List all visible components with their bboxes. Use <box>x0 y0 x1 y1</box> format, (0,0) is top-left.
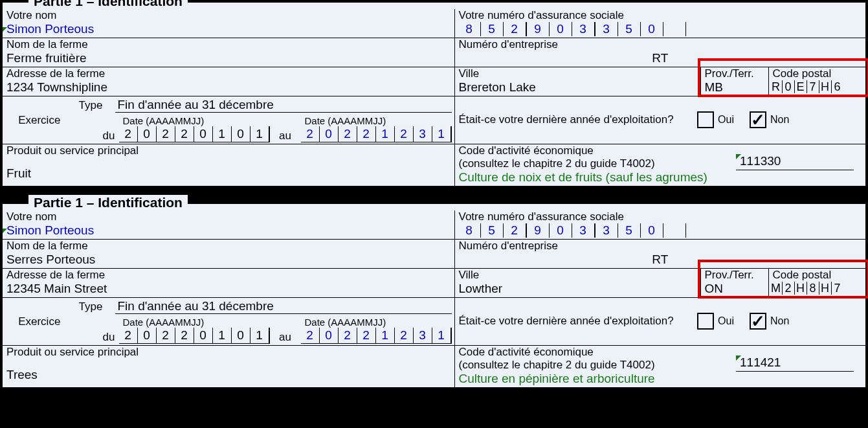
postal-char[interactable]: H <box>819 282 832 295</box>
field-sin: 852903350 <box>455 22 866 38</box>
checkbox-non[interactable]: ✓Non <box>750 313 789 330</box>
date-digit[interactable]: 1 <box>432 328 452 344</box>
label-postal: Code postal <box>769 269 866 282</box>
sin-digit[interactable]: 5 <box>618 22 641 36</box>
date-digit[interactable]: 0 <box>232 126 250 142</box>
sin-digit[interactable]: 5 <box>618 223 641 238</box>
field-product[interactable]: Fruit <box>3 157 454 182</box>
sin-digit-empty[interactable] <box>663 223 686 238</box>
sin-digit[interactable]: 0 <box>640 22 663 36</box>
date-digit[interactable]: 2 <box>119 126 138 142</box>
date-digit[interactable]: 2 <box>395 126 414 142</box>
date-digit[interactable]: 1 <box>250 126 270 142</box>
field-product[interactable]: Trees <box>3 359 454 383</box>
sin-digit-empty[interactable] <box>663 22 686 36</box>
postal-char[interactable]: H <box>819 80 832 93</box>
checkbox-label: Oui <box>718 315 734 327</box>
sin-digit[interactable]: 9 <box>526 22 550 36</box>
date-digit[interactable]: 3 <box>414 126 432 142</box>
date-digit[interactable]: 0 <box>232 328 250 344</box>
postal-char[interactable]: H <box>795 282 807 295</box>
field-activity-code[interactable]: 111330 <box>736 154 854 170</box>
date-digit[interactable]: 2 <box>339 126 357 142</box>
sin-digit[interactable]: 8 <box>458 22 481 36</box>
sin-digit[interactable]: 5 <box>480 223 504 238</box>
field-prov[interactable]: ON <box>701 282 768 297</box>
sin-digit[interactable]: 2 <box>503 22 527 36</box>
date-digit[interactable]: 2 <box>175 126 194 142</box>
field-business-number[interactable]: RT <box>455 253 866 268</box>
label-farm-address: Adresse de la ferme <box>3 67 454 80</box>
sin-digit[interactable]: 0 <box>549 223 572 238</box>
date-digit[interactable]: 2 <box>301 328 320 344</box>
field-fiscal-type[interactable]: Fin d'année au 31 décembre <box>115 299 452 314</box>
field-city[interactable]: Brereton Lake <box>455 80 700 96</box>
label-au: au <box>270 130 301 142</box>
field-name[interactable]: Simon Porteous <box>3 22 454 38</box>
date-digit[interactable]: 0 <box>138 328 157 344</box>
label-prov: Prov./Terr. <box>701 269 768 282</box>
postal-char[interactable]: 7 <box>832 282 843 295</box>
identification-form-1: Partie 1 – Identification Votre nom Simo… <box>1 203 867 389</box>
date-digit[interactable]: 0 <box>320 126 339 142</box>
date-digit[interactable]: 2 <box>395 328 414 344</box>
postal-char[interactable]: 2 <box>783 282 795 295</box>
date-digit[interactable]: 2 <box>175 328 194 344</box>
field-business-number[interactable]: RT <box>455 51 866 67</box>
date-digit[interactable]: 0 <box>138 126 157 142</box>
field-farm-name[interactable]: Ferme fruitière <box>3 51 454 67</box>
label-activity-code: Code d'activité économique <box>459 346 733 359</box>
sin-digit[interactable]: 5 <box>480 22 504 36</box>
date-digit[interactable]: 1 <box>376 328 395 344</box>
field-city[interactable]: Lowther <box>455 282 700 297</box>
date-digit[interactable]: 2 <box>357 328 376 344</box>
sin-digit[interactable]: 3 <box>595 22 618 36</box>
label-type: Type <box>79 99 115 112</box>
checkbox-label: Non <box>770 114 789 126</box>
date-digit[interactable]: 0 <box>194 126 213 142</box>
date-digit[interactable]: 0 <box>194 328 213 344</box>
sin-digit[interactable]: 8 <box>458 223 481 238</box>
date-digit[interactable]: 2 <box>357 126 376 142</box>
date-digit[interactable]: 1 <box>250 328 270 344</box>
postal-char[interactable]: 8 <box>807 282 819 295</box>
sin-digit[interactable]: 3 <box>595 223 618 238</box>
sin-digit[interactable]: 9 <box>526 223 550 238</box>
checkbox-box: ✓ <box>750 313 766 330</box>
sin-digit[interactable]: 2 <box>503 223 527 238</box>
date-digit[interactable]: 2 <box>157 126 175 142</box>
checkbox-oui[interactable]: Oui <box>697 313 734 330</box>
sin-digit[interactable]: 3 <box>572 223 595 238</box>
date-digit[interactable]: 2 <box>339 328 357 344</box>
date-digit[interactable]: 2 <box>301 126 320 142</box>
date-digit[interactable]: 1 <box>213 126 232 142</box>
sin-digit[interactable]: 0 <box>549 22 572 36</box>
date-digit[interactable]: 3 <box>414 328 432 344</box>
field-fiscal-type[interactable]: Fin d'année au 31 décembre <box>115 98 452 113</box>
postal-char[interactable]: 7 <box>807 80 819 93</box>
field-farm-address[interactable]: 1234 Townshipline <box>3 80 454 96</box>
date-digit[interactable]: 1 <box>376 126 395 142</box>
field-farm-name[interactable]: Serres Porteous <box>3 253 454 268</box>
sin-digit[interactable]: 3 <box>572 22 595 36</box>
date-digit[interactable]: 1 <box>213 328 232 344</box>
postal-char[interactable]: M <box>770 282 783 295</box>
checkbox-box <box>697 111 714 128</box>
checkbox-non[interactable]: ✓Non <box>750 111 789 128</box>
date-digit[interactable]: 2 <box>157 328 175 344</box>
field-sin: 852903350 <box>455 223 866 239</box>
field-farm-address[interactable]: 12345 Main Street <box>3 282 454 297</box>
date-digit[interactable]: 2 <box>119 328 138 344</box>
field-name[interactable]: Simon Porteous <box>3 223 454 239</box>
checkbox-oui[interactable]: Oui <box>697 111 734 128</box>
postal-char[interactable]: 0 <box>783 80 795 93</box>
postal-char[interactable]: R <box>770 80 783 93</box>
section-legend: Partie 1 – Identification <box>28 0 188 9</box>
date-digit[interactable]: 1 <box>432 126 452 142</box>
sin-digit[interactable]: 0 <box>640 223 663 238</box>
field-prov[interactable]: MB <box>701 80 768 96</box>
postal-char[interactable]: 6 <box>832 80 843 93</box>
postal-char[interactable]: E <box>795 80 807 93</box>
field-activity-code[interactable]: 111421 <box>736 355 854 372</box>
date-digit[interactable]: 0 <box>320 328 339 344</box>
